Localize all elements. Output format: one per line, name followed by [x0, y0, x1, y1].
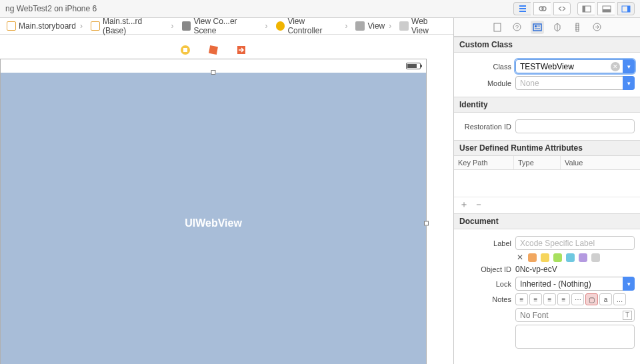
svg-rect-13: [209, 45, 218, 55]
svg-rect-12: [183, 48, 187, 52]
first-responder-icon[interactable]: [207, 44, 219, 56]
class-combo[interactable]: ✕ ▾: [515, 59, 635, 73]
svg-point-4: [542, 7, 546, 11]
swatch-teal[interactable]: [566, 253, 575, 262]
swatch-green[interactable]: [553, 253, 562, 262]
viewcontroller-icon: [276, 21, 285, 31]
editor-mode-segment: [513, 2, 571, 15]
color-swatches: ✕: [515, 253, 635, 262]
dropdown-arrow-icon[interactable]: ▾: [623, 76, 635, 90]
webview-canvas[interactable]: UIWebView: [1, 73, 426, 364]
window-title: ng WebTest2 on iPhone 6: [5, 4, 97, 13]
version-editor-button[interactable]: [553, 2, 571, 15]
align-right-button[interactable]: ≡: [543, 293, 556, 305]
storyboard-icon: [7, 21, 16, 31]
resize-handle-top[interactable]: [211, 70, 216, 75]
col-value[interactable]: Value: [561, 156, 640, 169]
svg-rect-18: [533, 24, 541, 31]
toggle-debug-button[interactable]: [597, 2, 615, 15]
webview-icon: [399, 21, 409, 31]
list-button[interactable]: ⋯: [571, 293, 584, 305]
col-type[interactable]: Type: [514, 156, 561, 169]
notes-label: Notes: [459, 293, 511, 303]
canvas-area: Main.storyboard› Main.st...rd (Base)› Vi…: [0, 18, 453, 364]
storyboard-icon: [91, 21, 100, 31]
standard-editor-button[interactable]: [513, 2, 531, 15]
swatch-purple[interactable]: [579, 253, 587, 262]
scene-toolbar: [0, 41, 427, 59]
lock-select[interactable]: Inherited - (Nothing) ▾: [515, 277, 635, 291]
crumb-base[interactable]: Main.st...rd (Base)›: [88, 15, 178, 37]
box-button[interactable]: ▢: [585, 293, 598, 305]
attributes-inspector-tab[interactable]: [551, 21, 564, 34]
align-center-button[interactable]: ≡: [529, 293, 542, 305]
crumb-storyboard[interactable]: Main.storyboard›: [4, 20, 87, 32]
swatch-orange[interactable]: [528, 253, 537, 262]
viewcontroller-proxy-icon[interactable]: [179, 44, 191, 56]
text-style-button[interactable]: a: [599, 293, 612, 305]
font-chooser-icon[interactable]: T: [623, 311, 632, 320]
lock-label: Lock: [459, 280, 511, 288]
crumb-webview[interactable]: Web View: [397, 15, 449, 37]
main-split: Main.storyboard› Main.st...rd (Base)› Vi…: [0, 18, 640, 364]
size-inspector-tab[interactable]: [571, 21, 584, 34]
clear-icon[interactable]: ✕: [611, 62, 620, 71]
runtime-table-body[interactable]: [454, 170, 640, 197]
battery-icon: [406, 63, 421, 69]
identity-inspector-tab[interactable]: [531, 21, 544, 34]
swatch-none[interactable]: ✕: [515, 253, 524, 262]
objectid-label: Object ID: [459, 265, 511, 273]
device-frame[interactable]: UIWebView: [0, 59, 427, 364]
svg-rect-15: [494, 23, 501, 31]
custom-class-header: Custom Class: [454, 37, 640, 53]
align-left-button[interactable]: ≡: [515, 293, 528, 305]
dropdown-arrow-icon[interactable]: ▾: [623, 277, 635, 291]
notes-format-bar: ≡ ≡ ≡ ≡ ⋯ ▢ a …: [515, 293, 635, 305]
webview-label: UIWebView: [185, 217, 242, 229]
remove-runtime-attr-button[interactable]: －: [474, 199, 483, 211]
module-label: Module: [459, 79, 511, 87]
svg-rect-19: [535, 25, 537, 27]
svg-rect-10: [627, 6, 630, 12]
assistant-editor-button[interactable]: [533, 2, 551, 15]
module-select[interactable]: None ▾: [515, 76, 635, 90]
dropdown-arrow-icon[interactable]: ▾: [623, 59, 635, 73]
crumb-vc[interactable]: View Controller›: [273, 15, 352, 37]
crumb-scene[interactable]: View Co...er Scene›: [179, 15, 272, 37]
connections-inspector-tab[interactable]: [591, 21, 604, 34]
add-runtime-attr-button[interactable]: ＋: [459, 199, 469, 211]
runtime-attrs-header: User Defined Runtime Attributes: [454, 140, 640, 156]
inspector-panel: ? Custom Class Class ✕ ▾ Module None ▾: [453, 18, 640, 364]
toggle-utilities-button[interactable]: [617, 2, 635, 15]
font-input[interactable]: [515, 308, 635, 322]
objectid-value: 0Nc-vp-ecV: [515, 265, 635, 274]
restoration-id-label: Restoration ID: [459, 123, 511, 131]
svg-text:?: ?: [515, 24, 519, 31]
notes-textarea[interactable]: [515, 325, 635, 349]
toggle-navigator-button[interactable]: [577, 2, 595, 15]
scene-icon: [182, 21, 191, 31]
align-justify-button[interactable]: ≡: [557, 293, 570, 305]
svg-rect-8: [603, 9, 611, 12]
class-label: Class: [459, 63, 511, 71]
font-picker[interactable]: T: [515, 308, 635, 322]
breadcrumb-bar: Main.storyboard› Main.st...rd (Base)› Vi…: [0, 18, 453, 35]
restoration-id-input[interactable]: [515, 119, 635, 133]
swatch-gray[interactable]: [591, 253, 600, 262]
runtime-table-header: Key Path Type Value: [454, 156, 640, 170]
doc-label-input[interactable]: [515, 236, 635, 250]
exit-icon[interactable]: [235, 44, 247, 56]
crumb-view[interactable]: View›: [353, 20, 395, 32]
doc-label-label: Label: [459, 239, 511, 247]
view-icon: [355, 21, 365, 31]
swatch-yellow[interactable]: [541, 253, 549, 262]
inspector-tabs: ?: [454, 18, 640, 37]
resize-handle-right[interactable]: [424, 221, 429, 226]
help-inspector-tab[interactable]: ?: [511, 21, 524, 34]
more-button[interactable]: …: [613, 293, 626, 305]
identity-header: Identity: [454, 97, 640, 113]
file-inspector-tab[interactable]: [491, 21, 504, 34]
col-keypath[interactable]: Key Path: [454, 156, 514, 169]
panel-toggle-segment: [577, 2, 635, 15]
svg-rect-6: [583, 6, 585, 12]
